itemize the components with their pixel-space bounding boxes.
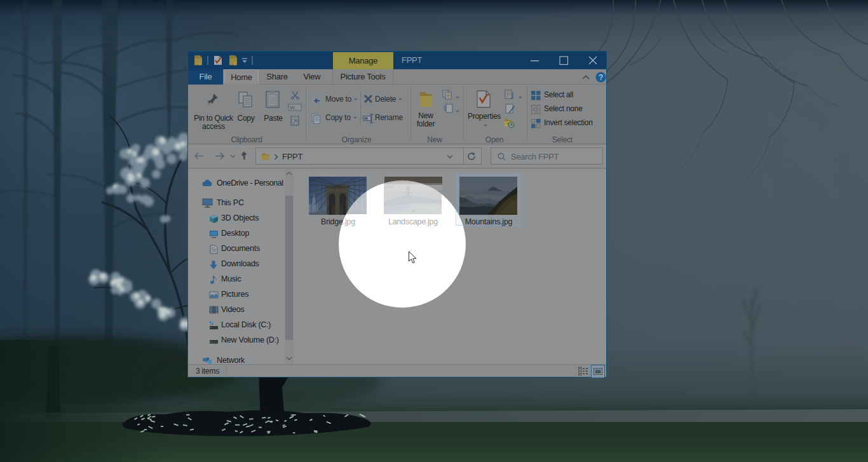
svg-text:?: ? <box>599 73 603 82</box>
svg-text:W...: W... <box>290 105 298 111</box>
